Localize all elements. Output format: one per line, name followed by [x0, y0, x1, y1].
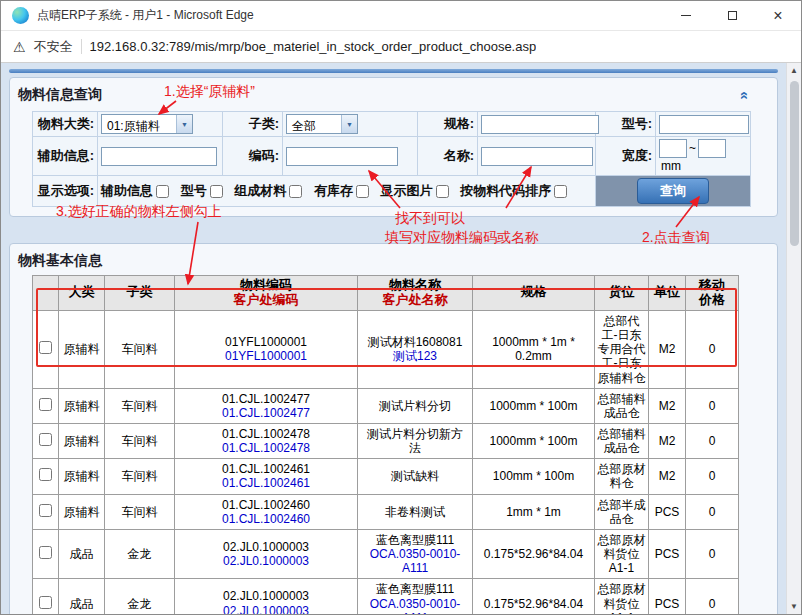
cell-location: 总部原材 料货位 A1-1: [595, 529, 649, 578]
table-row[interactable]: 原辅料 车间料 01.CJL.100246001.CJL.1002460 非卷料…: [33, 494, 739, 529]
cell-subclass: 车间料: [105, 423, 175, 458]
address-bar: ⚠ 不安全 192.168.0.32:789/mis/mrp/boe_mater…: [1, 31, 801, 63]
option-aux-info-checkbox[interactable]: [156, 185, 169, 198]
table-row[interactable]: 原辅料 车间料 01.CJL.100246101.CJL.1002461 测试缺…: [33, 459, 739, 494]
width-max-input[interactable]: [698, 139, 726, 158]
cell-location: 总部代 工-日东 专用合代 工-日东 原辅料仓: [595, 310, 649, 388]
close-button[interactable]: ×: [755, 1, 801, 30]
row-select-checkbox[interactable]: [39, 398, 52, 411]
aux-info-input[interactable]: [101, 147, 217, 166]
collapse-chevron-icon[interactable]: «: [737, 91, 752, 99]
cell-spec: 100mm * 100m: [473, 459, 595, 494]
address-divider: [81, 39, 82, 54]
cell-code: 02.JL0.100000302.JL0.1000003: [175, 579, 358, 614]
label-name: 名称:: [418, 137, 478, 176]
query-button[interactable]: 查询: [637, 178, 709, 204]
query-panel: 物料信息查询 « 物料大类: 01:原辅料▼ 子类: 全部▼ 规格: 型号:: [9, 77, 778, 217]
cell-subclass: 车间料: [105, 388, 175, 423]
cell-name: 蓝色离型膜111OCA.0350-0010- A111: [358, 529, 473, 578]
cell-unit: M2: [649, 388, 686, 423]
option-model-checkbox[interactable]: [210, 185, 223, 198]
col-header-spec: 规格: [473, 276, 595, 311]
url-text[interactable]: 192.168.0.32:789/mis/mrp/boe_materiel_in…: [90, 39, 537, 54]
label-subclass: 子类:: [223, 112, 283, 137]
title-bar[interactable]: 点晴ERP子系统 - 用户1 - Microsoft Edge ×: [1, 1, 801, 31]
security-label[interactable]: 不安全: [34, 38, 73, 56]
cell-category: 成品: [59, 529, 105, 578]
width-separator: ~: [687, 141, 698, 155]
cell-price: 0: [686, 494, 739, 529]
close-icon: ×: [773, 8, 782, 24]
option-show-image: 显示图片: [381, 182, 449, 200]
row-select-checkbox[interactable]: [39, 504, 52, 517]
cell-spec: 1000mm * 1m * 0.2mm: [473, 310, 595, 388]
cell-category: 原辅料: [59, 459, 105, 494]
minimize-button[interactable]: [663, 1, 709, 30]
browser-window: 点晴ERP子系统 - 用户1 - Microsoft Edge × ⚠ 不安全 …: [0, 0, 802, 615]
material-table: 大类 子类 物料编码客户处编码 物料名称客户处名称 规格 货位 单位 移动价格 …: [32, 275, 739, 614]
cell-name: 测试片料分切新方 法: [358, 423, 473, 458]
query-panel-title: 物料信息查询: [18, 86, 102, 104]
scroll-up-icon[interactable]: ▲: [787, 63, 801, 78]
col-header-location: 货位: [595, 276, 649, 311]
row-select-checkbox[interactable]: [39, 546, 52, 559]
minimize-icon: [681, 15, 691, 16]
cell-subclass: 车间料: [105, 310, 175, 388]
scrollbar-thumb[interactable]: [790, 81, 799, 246]
cell-name: 非卷料测试: [358, 494, 473, 529]
cell-category: 成品: [59, 579, 105, 614]
cell-category: 原辅料: [59, 310, 105, 388]
material-info-title: 物料基本信息: [18, 252, 102, 270]
option-model: 型号: [181, 182, 223, 200]
cell-spec: 1000mm * 100m: [473, 388, 595, 423]
cell-price: 0: [686, 529, 739, 578]
code-input[interactable]: [286, 147, 398, 166]
cell-unit: M2: [649, 310, 686, 388]
cell-code: 01.CJL.100246001.CJL.1002460: [175, 494, 358, 529]
table-row[interactable]: 原辅料 车间料 01.CJL.100247701.CJL.1002477 测试片…: [33, 388, 739, 423]
cell-subclass: 金龙: [105, 529, 175, 578]
model-input[interactable]: [659, 115, 749, 134]
query-button-cell: 查询: [596, 176, 751, 207]
name-input[interactable]: [481, 147, 593, 166]
cell-location: 总部半成 品仓: [595, 494, 649, 529]
cell-location: 总部原材 料货位 A1-1: [595, 579, 649, 614]
vertical-scrollbar[interactable]: ▲ ▼: [786, 63, 801, 614]
col-header-name: 物料名称客户处名称: [358, 276, 473, 311]
spec-input[interactable]: [481, 115, 599, 134]
col-header-subclass: 子类: [105, 276, 175, 311]
material-category-select[interactable]: 01:原辅料▼: [101, 114, 193, 134]
table-row[interactable]: 成品 金龙 02.JL0.100000302.JL0.1000003 蓝色离型膜…: [33, 529, 739, 578]
width-min-input[interactable]: [659, 139, 687, 158]
cell-price: 0: [686, 423, 739, 458]
row-select-checkbox[interactable]: [39, 596, 52, 609]
page-content: 物料信息查询 « 物料大类: 01:原辅料▼ 子类: 全部▼ 规格: 型号:: [1, 63, 786, 614]
option-show-image-checkbox[interactable]: [436, 185, 449, 198]
option-composition-checkbox[interactable]: [289, 185, 302, 198]
cell-unit: M2: [649, 459, 686, 494]
cell-name: 测试片料分切: [358, 388, 473, 423]
cell-price: 0: [686, 310, 739, 388]
page-viewport: 物料信息查询 « 物料大类: 01:原辅料▼ 子类: 全部▼ 规格: 型号:: [1, 63, 801, 614]
cell-code: 01.CJL.100246101.CJL.1002461: [175, 459, 358, 494]
row-select-checkbox[interactable]: [39, 468, 52, 481]
subclass-select[interactable]: 全部▼: [286, 114, 358, 134]
row-select-checkbox[interactable]: [39, 341, 52, 354]
table-row[interactable]: 原辅料 车间料 01YFL100000101YFL1000001 测试材料160…: [33, 310, 739, 388]
option-sort-by-code-checkbox[interactable]: [554, 185, 567, 198]
option-in-stock: 有库存: [314, 182, 369, 200]
scroll-down-icon[interactable]: ▼: [787, 599, 801, 614]
option-in-stock-checkbox[interactable]: [356, 185, 369, 198]
table-row[interactable]: 成品 金龙 02.JL0.100000302.JL0.1000003 蓝色离型膜…: [33, 579, 739, 614]
maximize-button[interactable]: [709, 1, 755, 30]
edge-icon: [12, 7, 29, 24]
table-row[interactable]: 原辅料 车间料 01.CJL.100247801.CJL.1002478 测试片…: [33, 423, 739, 458]
cell-spec: 0.175*52.96*84.04: [473, 529, 595, 578]
row-select-checkbox[interactable]: [39, 433, 52, 446]
cell-location: 总部辅料 成品仓: [595, 388, 649, 423]
cell-unit: PCS: [649, 579, 686, 614]
cell-code: 01.CJL.100247801.CJL.1002478: [175, 423, 358, 458]
option-aux-info: 辅助信息: [101, 182, 169, 200]
cell-code: 01.CJL.100247701.CJL.1002477: [175, 388, 358, 423]
cell-category: 原辅料: [59, 388, 105, 423]
